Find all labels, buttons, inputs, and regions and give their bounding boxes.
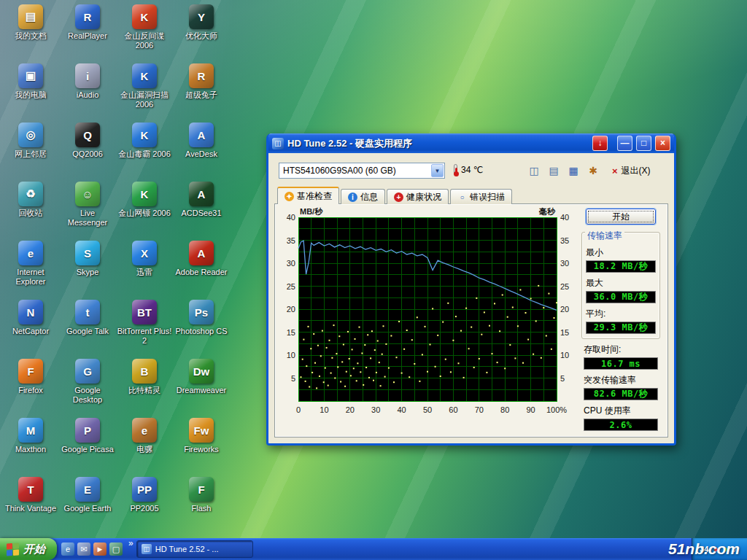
tab-benchmark[interactable]: ✦基准检查	[277, 187, 339, 204]
svg-text:20: 20	[560, 305, 569, 314]
max-label: 最大	[586, 277, 656, 289]
maximize-button[interactable]: □	[636, 136, 651, 151]
desktop-icon-xunlei[interactable]: X迅雷	[117, 241, 172, 277]
desktop-icon-emule[interactable]: e电骡	[117, 418, 172, 454]
min-value: 18.2 MB/秒	[586, 260, 656, 273]
tab-info[interactable]: i信息	[341, 189, 385, 204]
iaudio-icon: i	[75, 63, 100, 88]
desktop-icon-youhua-dashi[interactable]: Y优化大师	[174, 4, 229, 41]
bittorrent-plus-icon: BT	[132, 300, 157, 324]
svg-text:70: 70	[475, 405, 484, 414]
chevron-down-icon[interactable]: ▼	[431, 164, 444, 177]
quick-launch-show-desktop[interactable]: ▢	[109, 542, 123, 556]
tray-icon-green[interactable]: ●	[723, 545, 728, 553]
qq2006-icon: Q	[75, 122, 100, 147]
svg-text:15: 15	[560, 328, 569, 337]
quick-launch-overflow-icon[interactable]: »	[127, 538, 135, 560]
desktop-icon-realplayer[interactable]: RRealPlayer	[60, 4, 115, 41]
tab-label: 健康状况	[406, 191, 441, 203]
desktop-icon-bittorrent-plus[interactable]: BTBitTorrent Plus! 2	[117, 300, 172, 346]
hdtune-window-icon: ◫	[272, 138, 284, 149]
tab-health[interactable]: +健康状况	[387, 189, 449, 204]
desktop-icon-iaudio[interactable]: iiAudio	[60, 63, 115, 100]
desktop-icon-firefox[interactable]: FFirefox	[3, 359, 58, 395]
start-button[interactable]: 开始	[0, 538, 57, 560]
desktop-icon-photoshop-cs[interactable]: PsPhotoshop CS	[174, 300, 229, 336]
start-benchmark-button[interactable]: 开始	[586, 209, 656, 225]
realplayer-icon: R	[75, 4, 100, 29]
desktop-icon-thinkvantage[interactable]: TThink Vantage	[3, 477, 58, 513]
desktop-icon-kingsoft-netshield[interactable]: K金山网镖 2006	[117, 182, 172, 218]
kingsoft-antispy-icon: K	[132, 4, 157, 29]
quick-launch-media-player[interactable]: ►	[93, 542, 107, 556]
system-tray: 34 ●●♪	[692, 538, 747, 560]
options-button[interactable]: ✱	[584, 162, 602, 179]
tray-icon-red[interactable]: ●	[713, 545, 719, 553]
desktop-icon-live-messenger[interactable]: ☺Live Messenger	[60, 182, 115, 228]
minimize-button[interactable]: —	[617, 136, 632, 151]
copy-text-button[interactable]: ▤	[545, 162, 562, 179]
maxthon-icon: M	[18, 418, 43, 443]
desktop-icon-fireworks[interactable]: FwFireworks	[174, 418, 229, 454]
desktop-icon-dreamweaver[interactable]: DwDreamweaver	[174, 359, 229, 395]
exit-button[interactable]: × 退出(X)	[605, 162, 657, 179]
desktop-icon-flash[interactable]: FFlash	[174, 477, 229, 513]
desktop-icon-network-places[interactable]: ◎网上邻居	[3, 122, 58, 159]
taskbar-button-hdtune[interactable]: ◫ HD Tune 2.52 - ...	[136, 540, 253, 558]
close-button[interactable]: ×	[655, 136, 670, 151]
google-desktop-icon: G	[75, 359, 100, 384]
desktop-icon-label: Live Messenger	[60, 209, 115, 228]
desktop-icon-my-computer[interactable]: ▣我的电脑	[3, 63, 58, 100]
desktop-icon-acdsee31[interactable]: AACDSee31	[174, 182, 229, 218]
max-value: 36.0 MB/秒	[586, 291, 656, 303]
health-cross-icon: +	[394, 192, 403, 202]
desktop-icon-netcaptor[interactable]: NNetCaptor	[3, 300, 58, 336]
desktop-icon-kingsoft-scan[interactable]: K金山漏洞扫描 2006	[117, 63, 172, 109]
desktop-icon-label: RealPlayer	[60, 31, 115, 41]
kingsoft-scan-icon: K	[132, 63, 157, 88]
desktop-icon-pp2005[interactable]: PPPP2005	[117, 477, 172, 513]
desktop-icon-bitspirit[interactable]: B比特精灵	[117, 359, 172, 395]
toolbar: ◫▤▦✱	[525, 162, 602, 179]
desktop-icon-kingsoft-duba[interactable]: K金山毒霸 2006	[117, 122, 172, 159]
drive-select[interactable]: HTS541060G9SA00 (60 GB) ▼	[279, 163, 445, 179]
skype-icon: S	[75, 241, 100, 265]
desktop-icon-recycle-bin[interactable]: ♻回收站	[3, 182, 58, 218]
desktop-icon-google-desktop[interactable]: GGoogle Desktop	[60, 359, 115, 405]
quick-launch-mail[interactable]: ✉	[77, 542, 90, 556]
desktop-icon-label: Photoshop CS	[174, 327, 229, 336]
quick-launch-ie[interactable]: e	[61, 542, 74, 556]
desktop-icon-google-picasa[interactable]: PGoogle Picasa	[60, 418, 115, 454]
desktop-icon-my-documents[interactable]: ▤我的文档	[3, 4, 58, 41]
copy-text-icon: ▤	[549, 165, 558, 176]
fireworks-icon: Fw	[189, 418, 214, 443]
titlebar[interactable]: ◫ HD Tune 2.52 - 硬盘实用程序 ↓ — □ ×	[268, 133, 674, 153]
desktop-icon-kingsoft-antispy[interactable]: K金山反间谍 2006	[117, 4, 172, 50]
transfer-rate-group: 传输速率 最小 18.2 MB/秒 最大 36.0 MB/秒 平均: 29.3 …	[581, 232, 660, 339]
desktop-icon-super-rabbit[interactable]: R超级兔子	[174, 63, 229, 100]
desktop-icon-maxthon[interactable]: MMaxthon	[3, 418, 58, 454]
svg-text:25: 25	[560, 282, 569, 291]
desktop-icon-avedesk[interactable]: AAveDesk	[174, 122, 229, 159]
copy-screenshot-button[interactable]: ◫	[525, 162, 543, 179]
desktop-icon-label: 超级兔子	[174, 90, 229, 100]
svg-text:10: 10	[287, 351, 295, 359]
desktop-icon-skype[interactable]: SSkype	[60, 241, 115, 277]
tab-label: 错误扫描	[470, 191, 505, 203]
desktop-icon-adobe-reader[interactable]: AAdobe Reader	[174, 241, 229, 277]
save-button[interactable]: ▦	[565, 162, 582, 179]
desktop-icon-label: NetCaptor	[3, 327, 58, 336]
kingsoft-duba-icon: K	[132, 122, 157, 147]
arrow-down-button[interactable]: ↓	[592, 136, 608, 151]
access-time-value: 16.7 ms	[584, 357, 658, 370]
desktop-icon-google-talk[interactable]: tGoogle Talk	[60, 300, 115, 336]
start-button-label: 开始	[23, 542, 45, 556]
tab-error-scan[interactable]: ○错误扫描	[450, 189, 512, 204]
tray-icon-volume[interactable]: ♪	[732, 545, 737, 553]
google-talk-icon: t	[75, 300, 100, 324]
desktop-icon-google-earth[interactable]: EGoogle Earth	[60, 477, 115, 513]
desktop-icon-internet-explorer[interactable]: eInternet Explorer	[3, 241, 58, 287]
temperature-indicator: 34 ℃	[454, 164, 483, 175]
my-computer-icon: ▣	[18, 63, 43, 88]
desktop-icon-qq2006[interactable]: QQQ2006	[60, 122, 115, 159]
